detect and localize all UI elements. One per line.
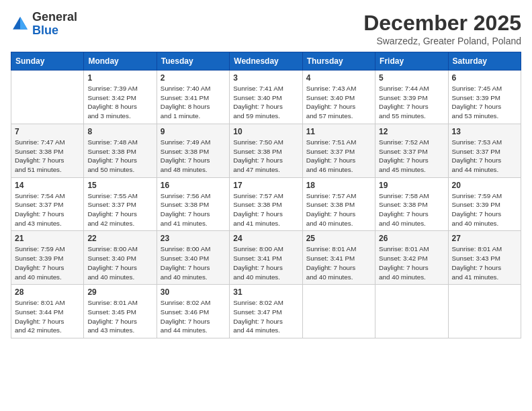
location-subtitle: Swarzedz, Greater Poland, Poland	[363, 36, 521, 46]
day-info: Sunrise: 7:49 AM Sunset: 3:38 PM Dayligh…	[161, 138, 226, 175]
calendar-cell: 10Sunrise: 7:50 AM Sunset: 3:38 PM Dayli…	[230, 124, 302, 177]
day-info: Sunrise: 8:00 AM Sunset: 3:41 PM Dayligh…	[233, 244, 298, 281]
calendar-week-row: 1Sunrise: 7:39 AM Sunset: 3:42 PM Daylig…	[11, 71, 521, 124]
day-info: Sunrise: 7:59 AM Sunset: 3:39 PM Dayligh…	[15, 244, 80, 281]
day-info: Sunrise: 7:43 AM Sunset: 3:40 PM Dayligh…	[306, 84, 371, 121]
day-number: 31	[233, 287, 298, 297]
calendar-cell: 2Sunrise: 7:40 AM Sunset: 3:41 PM Daylig…	[157, 71, 229, 124]
header-wednesday: Wednesday	[230, 52, 302, 71]
day-number: 4	[306, 73, 371, 83]
day-number: 2	[161, 73, 226, 83]
logo-general-text: General	[32, 10, 77, 24]
day-number: 1	[87, 73, 152, 83]
day-number: 12	[379, 127, 444, 136]
day-number: 22	[87, 234, 152, 243]
calendar-cell: 20Sunrise: 7:59 AM Sunset: 3:39 PM Dayli…	[448, 177, 521, 231]
header-saturday: Saturday	[448, 52, 521, 71]
day-info: Sunrise: 7:53 AM Sunset: 3:37 PM Dayligh…	[452, 138, 517, 175]
day-number: 23	[161, 234, 226, 243]
day-number: 16	[161, 181, 226, 190]
day-info: Sunrise: 8:02 AM Sunset: 3:47 PM Dayligh…	[233, 298, 298, 335]
calendar-cell: 15Sunrise: 7:55 AM Sunset: 3:37 PM Dayli…	[84, 177, 157, 231]
calendar-cell: 16Sunrise: 7:56 AM Sunset: 3:38 PM Dayli…	[157, 177, 229, 231]
day-number: 29	[87, 287, 152, 297]
day-number: 8	[87, 127, 152, 136]
calendar-cell: 29Sunrise: 8:01 AM Sunset: 3:45 PM Dayli…	[84, 285, 157, 338]
header-sunday: Sunday	[11, 52, 84, 71]
calendar-cell: 27Sunrise: 8:01 AM Sunset: 3:43 PM Dayli…	[448, 231, 521, 285]
day-info: Sunrise: 7:58 AM Sunset: 3:38 PM Dayligh…	[379, 191, 444, 228]
calendar-cell: 25Sunrise: 8:01 AM Sunset: 3:41 PM Dayli…	[302, 231, 375, 285]
day-number: 19	[379, 181, 444, 190]
calendar-cell: 28Sunrise: 8:01 AM Sunset: 3:44 PM Dayli…	[11, 285, 84, 338]
day-info: Sunrise: 7:52 AM Sunset: 3:37 PM Dayligh…	[379, 138, 444, 175]
day-info: Sunrise: 7:54 AM Sunset: 3:37 PM Dayligh…	[15, 191, 80, 228]
svg-marker-1	[20, 17, 28, 30]
day-number: 30	[161, 287, 226, 297]
day-number: 10	[233, 127, 298, 136]
header-friday: Friday	[375, 52, 448, 71]
calendar-cell: 14Sunrise: 7:54 AM Sunset: 3:37 PM Dayli…	[11, 177, 84, 231]
day-number: 28	[15, 287, 80, 297]
day-number: 6	[452, 73, 517, 83]
day-info: Sunrise: 8:01 AM Sunset: 3:41 PM Dayligh…	[306, 244, 371, 281]
calendar-cell	[302, 285, 375, 338]
calendar-cell: 22Sunrise: 8:00 AM Sunset: 3:40 PM Dayli…	[84, 231, 157, 285]
calendar-cell: 6Sunrise: 7:45 AM Sunset: 3:39 PM Daylig…	[448, 71, 521, 124]
logo: General Blue	[11, 11, 77, 38]
calendar-cell	[448, 285, 521, 338]
day-number: 3	[233, 73, 298, 83]
calendar-cell: 8Sunrise: 7:48 AM Sunset: 3:38 PM Daylig…	[84, 124, 157, 177]
day-number: 14	[15, 181, 80, 190]
calendar-cell: 3Sunrise: 7:41 AM Sunset: 3:40 PM Daylig…	[230, 71, 302, 124]
calendar-cell: 13Sunrise: 7:53 AM Sunset: 3:37 PM Dayli…	[448, 124, 521, 177]
day-info: Sunrise: 7:55 AM Sunset: 3:37 PM Dayligh…	[87, 191, 152, 228]
day-info: Sunrise: 7:47 AM Sunset: 3:38 PM Dayligh…	[15, 138, 80, 175]
header-tuesday: Tuesday	[157, 52, 229, 71]
calendar-cell: 18Sunrise: 7:57 AM Sunset: 3:38 PM Dayli…	[302, 177, 375, 231]
day-number: 15	[87, 181, 152, 190]
day-number: 25	[306, 234, 371, 243]
day-number: 17	[233, 181, 298, 190]
day-info: Sunrise: 7:40 AM Sunset: 3:41 PM Dayligh…	[161, 84, 226, 121]
day-info: Sunrise: 7:41 AM Sunset: 3:40 PM Dayligh…	[233, 84, 298, 121]
calendar-week-row: 7Sunrise: 7:47 AM Sunset: 3:38 PM Daylig…	[11, 124, 521, 177]
calendar-cell: 9Sunrise: 7:49 AM Sunset: 3:38 PM Daylig…	[157, 124, 229, 177]
day-number: 21	[15, 234, 80, 243]
calendar-cell	[11, 71, 84, 124]
calendar-cell: 26Sunrise: 8:01 AM Sunset: 3:42 PM Dayli…	[375, 231, 448, 285]
calendar-cell: 19Sunrise: 7:58 AM Sunset: 3:38 PM Dayli…	[375, 177, 448, 231]
calendar-cell: 31Sunrise: 8:02 AM Sunset: 3:47 PM Dayli…	[230, 285, 302, 338]
calendar-cell: 5Sunrise: 7:44 AM Sunset: 3:39 PM Daylig…	[375, 71, 448, 124]
calendar-week-row: 28Sunrise: 8:01 AM Sunset: 3:44 PM Dayli…	[11, 285, 521, 338]
day-info: Sunrise: 8:02 AM Sunset: 3:46 PM Dayligh…	[161, 298, 226, 335]
day-info: Sunrise: 7:50 AM Sunset: 3:38 PM Dayligh…	[233, 138, 298, 175]
day-info: Sunrise: 7:59 AM Sunset: 3:39 PM Dayligh…	[452, 191, 517, 228]
logo-icon	[11, 15, 30, 34]
day-info: Sunrise: 8:01 AM Sunset: 3:42 PM Dayligh…	[379, 244, 444, 281]
logo-blue-text: Blue	[32, 24, 58, 37]
calendar-cell: 21Sunrise: 7:59 AM Sunset: 3:39 PM Dayli…	[11, 231, 84, 285]
calendar-cell: 4Sunrise: 7:43 AM Sunset: 3:40 PM Daylig…	[302, 71, 375, 124]
day-info: Sunrise: 7:57 AM Sunset: 3:38 PM Dayligh…	[233, 191, 298, 228]
day-number: 20	[452, 181, 517, 190]
day-info: Sunrise: 8:00 AM Sunset: 3:40 PM Dayligh…	[161, 244, 226, 281]
day-info: Sunrise: 7:39 AM Sunset: 3:42 PM Dayligh…	[87, 84, 152, 121]
day-number: 13	[452, 127, 517, 136]
month-title: December 2025	[363, 11, 521, 36]
day-info: Sunrise: 8:01 AM Sunset: 3:45 PM Dayligh…	[87, 298, 152, 335]
day-info: Sunrise: 8:00 AM Sunset: 3:40 PM Dayligh…	[87, 244, 152, 281]
calendar-cell	[375, 285, 448, 338]
day-info: Sunrise: 7:48 AM Sunset: 3:38 PM Dayligh…	[87, 138, 152, 175]
day-number: 11	[306, 127, 371, 136]
calendar-week-row: 14Sunrise: 7:54 AM Sunset: 3:37 PM Dayli…	[11, 177, 521, 231]
day-info: Sunrise: 7:56 AM Sunset: 3:38 PM Dayligh…	[161, 191, 226, 228]
day-info: Sunrise: 7:51 AM Sunset: 3:37 PM Dayligh…	[306, 138, 371, 175]
calendar-cell: 7Sunrise: 7:47 AM Sunset: 3:38 PM Daylig…	[11, 124, 84, 177]
day-number: 27	[452, 234, 517, 243]
day-number: 26	[379, 234, 444, 243]
calendar-cell: 11Sunrise: 7:51 AM Sunset: 3:37 PM Dayli…	[302, 124, 375, 177]
day-info: Sunrise: 7:57 AM Sunset: 3:38 PM Dayligh…	[306, 191, 371, 228]
calendar-body: 1Sunrise: 7:39 AM Sunset: 3:42 PM Daylig…	[11, 71, 521, 338]
calendar-cell: 30Sunrise: 8:02 AM Sunset: 3:46 PM Dayli…	[157, 285, 229, 338]
